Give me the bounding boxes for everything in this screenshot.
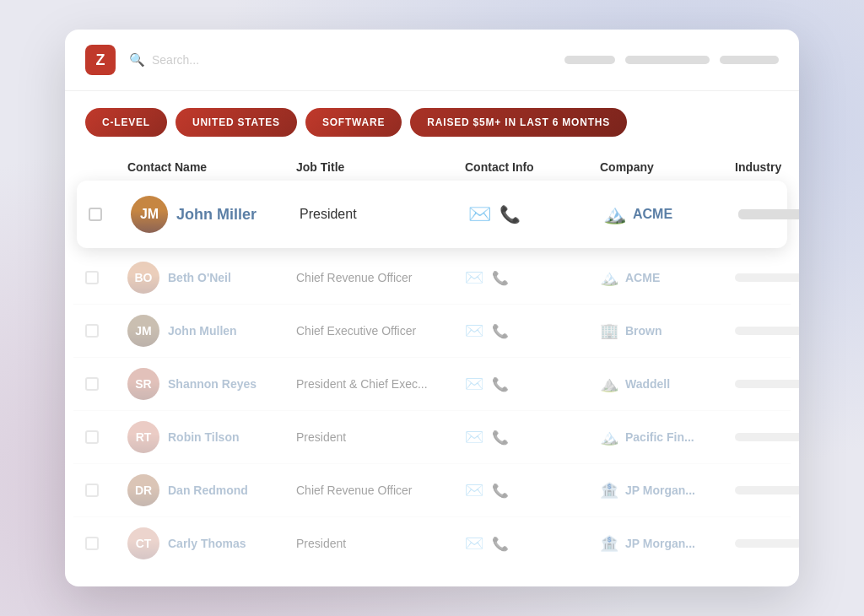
- avatar-carly: CT: [127, 527, 159, 559]
- job-title-dan: Chief Revenue Officer: [296, 484, 465, 497]
- contact-name-shannon[interactable]: Shannon Reyes: [168, 377, 256, 391]
- company-cell-shannon: ⛰️ Waddell: [600, 375, 735, 393]
- email-icon-robin[interactable]: ✉️: [465, 428, 483, 446]
- row-checkbox[interactable]: [85, 537, 127, 550]
- company-cell-carly: 🏦 JP Morgan...: [600, 534, 735, 553]
- table-body: JM John Miller President ✉️ 📞 🏔️ ACME: [65, 181, 799, 570]
- company-name-shannon[interactable]: Waddell: [625, 377, 670, 391]
- email-icon-john-mullen[interactable]: ✉️: [465, 322, 483, 340]
- header-actions: [564, 56, 779, 64]
- contact-cell-carly: CT Carly Thomas: [127, 527, 296, 559]
- contact-cell-john-miller: JM John Miller: [131, 196, 300, 233]
- job-title-carly: President: [296, 537, 465, 550]
- contact-info-dan: ✉️ 📞: [465, 481, 600, 500]
- contact-name-john-mullen[interactable]: John Mullen: [168, 324, 237, 338]
- avatar-john-miller: JM: [131, 196, 168, 233]
- avatar-robin: RT: [127, 421, 159, 453]
- industry-bar-john-mullen: [735, 327, 799, 335]
- email-icon-beth[interactable]: ✉️: [465, 268, 483, 287]
- company-name-john-miller[interactable]: ACME: [633, 207, 672, 222]
- contact-name-beth[interactable]: Beth O'Neil: [168, 271, 231, 284]
- row-checkbox[interactable]: [85, 271, 127, 284]
- contact-name-john-miller[interactable]: John Miller: [176, 206, 256, 224]
- company-name-robin[interactable]: Pacific Fin...: [625, 430, 694, 444]
- col-contact-info: Contact Info: [465, 160, 600, 174]
- col-job-title: Job Title: [296, 160, 465, 174]
- phone-icon-beth[interactable]: 📞: [492, 270, 509, 286]
- col-industry: Industry: [735, 160, 799, 174]
- industry-cell-dan: [735, 486, 799, 494]
- contact-info-john-miller: ✉️ 📞: [468, 203, 603, 225]
- company-icon-john-miller: 🏔️: [603, 203, 626, 225]
- contact-info-robin: ✉️ 📞: [465, 428, 600, 446]
- row-checkbox[interactable]: [85, 324, 127, 338]
- phone-icon-dan[interactable]: 📞: [492, 483, 509, 499]
- contact-info-shannon: ✉️ 📞: [465, 375, 600, 393]
- job-title-beth: Chief Revenue Officer: [296, 271, 465, 284]
- filter-us[interactable]: UNITED STATES: [176, 108, 297, 137]
- row-checkbox[interactable]: [85, 484, 127, 497]
- company-icon-beth: 🏔️: [600, 268, 618, 287]
- table-header: Contact Name Job Title Contact Info Comp…: [65, 154, 799, 181]
- table-row[interactable]: DR Dan Redmond Chief Revenue Officer ✉️ …: [73, 464, 791, 517]
- company-name-john-mullen[interactable]: Brown: [625, 324, 662, 338]
- industry-bar-john-miller: [738, 209, 799, 219]
- filter-software[interactable]: SOFTWARE: [305, 108, 402, 137]
- app-logo: Z: [85, 45, 116, 75]
- email-icon-carly[interactable]: ✉️: [465, 534, 483, 553]
- col-company: Company: [600, 160, 735, 174]
- filter-raised[interactable]: RAISED $5M+ IN LAST 6 MONTHS: [410, 108, 627, 137]
- search-bar[interactable]: 🔍 Search...: [129, 52, 199, 68]
- company-cell-robin: 🏔️ Pacific Fin...: [600, 428, 735, 446]
- contact-info-carly: ✉️ 📞: [465, 534, 600, 553]
- table-row[interactable]: RT Robin Tilson President ✉️ 📞 🏔️ Pacifi…: [73, 411, 791, 464]
- col-check: [85, 160, 127, 174]
- contact-name-robin[interactable]: Robin Tilson: [168, 430, 240, 444]
- contact-cell-beth: BO Beth O'Neil: [127, 262, 296, 294]
- phone-icon-robin[interactable]: 📞: [492, 430, 509, 446]
- email-icon-dan[interactable]: ✉️: [465, 481, 483, 500]
- row-checkbox[interactable]: [85, 430, 127, 444]
- company-name-beth[interactable]: ACME: [625, 271, 660, 284]
- contact-name-carly[interactable]: Carly Thomas: [168, 537, 246, 550]
- phone-icon-carly[interactable]: 📞: [492, 536, 509, 552]
- industry-cell-john-miller: [738, 209, 799, 219]
- job-title-john-miller: President: [300, 207, 468, 222]
- contact-name-dan[interactable]: Dan Redmond: [168, 484, 248, 497]
- table-row[interactable]: BO Beth O'Neil Chief Revenue Officer ✉️ …: [73, 251, 791, 305]
- table-row[interactable]: JM John Miller President ✉️ 📞 🏔️ ACME: [77, 181, 787, 248]
- row-checkbox[interactable]: [85, 377, 127, 391]
- search-placeholder: Search...: [152, 53, 199, 67]
- industry-bar-carly: [735, 539, 799, 548]
- company-icon-carly: 🏦: [600, 534, 618, 553]
- avatar-dan: DR: [127, 474, 159, 506]
- row-checkbox[interactable]: [89, 208, 131, 221]
- table-row[interactable]: SR Shannon Reyes President & Chief Exec.…: [73, 358, 791, 411]
- contact-cell-dan: DR Dan Redmond: [127, 474, 296, 506]
- company-cell-john-miller: 🏔️ ACME: [603, 203, 738, 225]
- header: Z 🔍 Search...: [65, 30, 799, 91]
- contact-info-john-mullen: ✉️ 📞: [465, 322, 600, 340]
- avatar-john-mullen: JM: [127, 315, 159, 347]
- phone-icon-shannon[interactable]: 📞: [492, 376, 509, 392]
- header-pill-1: [564, 56, 615, 64]
- filter-clevel[interactable]: C-LEVEL: [85, 108, 167, 137]
- phone-icon-john-mullen[interactable]: 📞: [492, 323, 509, 339]
- contact-cell-shannon: SR Shannon Reyes: [127, 368, 296, 400]
- table-row[interactable]: JM John Mullen Chief Executive Officer ✉…: [73, 305, 791, 358]
- email-icon-john-miller[interactable]: ✉️: [468, 203, 491, 225]
- job-title-john-mullen: Chief Executive Officer: [296, 324, 465, 338]
- industry-bar-dan: [735, 486, 799, 494]
- job-title-shannon: President & Chief Exec...: [296, 377, 465, 391]
- table-row[interactable]: CT Carly Thomas President ✉️ 📞 🏦 JP Morg…: [73, 517, 791, 570]
- email-icon-shannon[interactable]: ✉️: [465, 375, 483, 393]
- company-cell-dan: 🏦 JP Morgan...: [600, 481, 735, 500]
- col-contact-name: Contact Name: [127, 160, 296, 174]
- phone-icon-john-miller[interactable]: 📞: [500, 204, 521, 224]
- main-window: Z 🔍 Search... C-LEVEL UNITED STATES SOFT…: [65, 30, 799, 586]
- company-name-carly[interactable]: JP Morgan...: [625, 537, 695, 550]
- industry-cell-john-mullen: [735, 327, 799, 335]
- industry-bar-beth: [735, 273, 799, 282]
- company-icon-robin: 🏔️: [600, 428, 618, 446]
- company-name-dan[interactable]: JP Morgan...: [625, 484, 695, 497]
